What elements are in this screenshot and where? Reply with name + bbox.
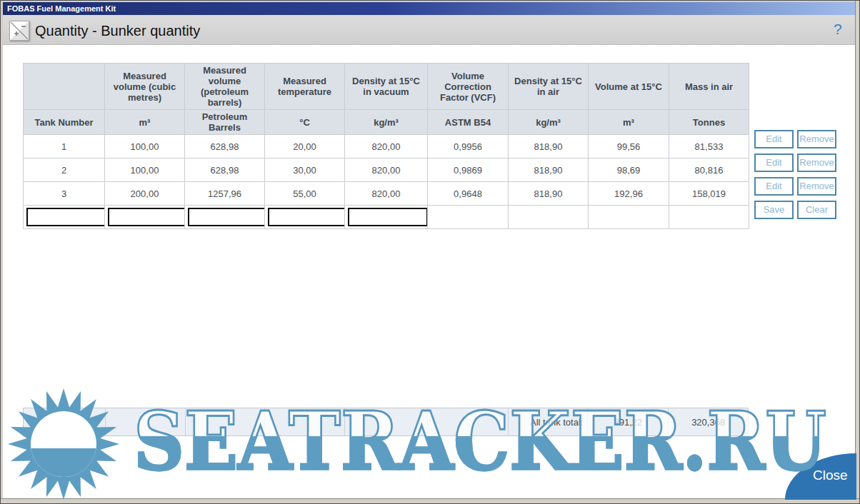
remove-button[interactable]: Remove — [797, 153, 836, 172]
measured-volume-barrels-input[interactable] — [188, 208, 265, 226]
cell: 820,00 — [345, 182, 428, 206]
cell: 0,9648 — [428, 182, 509, 206]
measured-volume-m3-input[interactable] — [108, 208, 185, 226]
col-unit: ASTM B54 — [428, 110, 509, 135]
quantity-plus-minus-icon — [9, 21, 29, 41]
col-unit: Tonnes — [669, 110, 749, 135]
row-1-actions: Edit Remove — [754, 130, 840, 148]
cell: 158,019 — [669, 182, 749, 206]
help-icon[interactable]: ? — [834, 21, 842, 38]
row-3-actions: Edit Remove — [754, 177, 840, 196]
cell: 818,90 — [509, 182, 589, 206]
cell: 100,00 — [105, 135, 185, 158]
window-frame-right — [855, 1, 859, 504]
col-unit: kg/m³ — [345, 110, 428, 135]
cell: 20,00 — [265, 135, 345, 158]
col-header: Measured volume (cubic metres) — [105, 64, 185, 110]
totals-bar: All tank total: 391,22 320,368 — [23, 408, 749, 436]
cell-tank-number: 2 — [24, 158, 105, 182]
col-header: Density at 15°C in vacuum — [345, 64, 428, 110]
edit-button[interactable]: Edit — [754, 130, 794, 148]
cell: 99,56 — [589, 135, 669, 158]
bunker-quantity-table: Measured volume (cubic metres) Measured … — [23, 63, 749, 229]
total-mass-in-air: 320,368 — [668, 408, 748, 435]
edit-button[interactable]: Edit — [754, 153, 794, 172]
cell: 55,00 — [265, 182, 345, 206]
table-row: 2 100,00 628,98 30,00 820,00 0,9869 818,… — [24, 158, 749, 182]
cell: 628,98 — [185, 135, 265, 158]
table-row: 3 200,00 1257,96 55,00 820,00 0,9648 818… — [24, 182, 749, 206]
cell-empty — [589, 206, 669, 229]
window-title: FOBAS Fuel Management Kit — [7, 4, 116, 13]
cell-tank-number: 1 — [24, 135, 105, 158]
cell: 0,9869 — [428, 158, 509, 182]
input-row-actions: Save Clear — [754, 201, 840, 219]
cell: 100,00 — [105, 158, 185, 182]
cell-empty — [509, 206, 589, 229]
cell: 200,00 — [105, 182, 185, 206]
cell: 1257,96 — [185, 182, 265, 206]
cell-tank-number: 3 — [24, 182, 105, 206]
col-header — [24, 64, 105, 110]
col-unit: Tank Number — [24, 110, 105, 135]
col-header: Measured temperature — [265, 64, 345, 110]
cell-empty — [669, 206, 749, 229]
col-unit: kg/m³ — [509, 110, 589, 135]
total-volume-at-15c: 391,22 — [587, 408, 668, 435]
clear-button[interactable]: Clear — [797, 201, 836, 219]
col-header: Volume at 15°C — [589, 64, 669, 110]
window-frame-bottom — [1, 498, 860, 503]
table-units-row: Tank Number m³ Petroleum Barrels °C kg/m… — [24, 110, 749, 135]
cell: 818,90 — [509, 135, 589, 158]
density-vacuum-input[interactable] — [348, 208, 428, 226]
cell: 0,9956 — [428, 135, 509, 158]
col-unit: Petroleum Barrels — [185, 110, 265, 135]
cell: 820,00 — [345, 135, 428, 158]
col-header: Volume Correction Factor (VCF) — [428, 64, 509, 110]
cell: 98,69 — [589, 158, 669, 182]
cell: 192,96 — [589, 182, 669, 206]
window-titlebar[interactable]: FOBAS Fuel Management Kit — [3, 2, 856, 15]
cell: 81,533 — [669, 135, 749, 158]
col-header: Density at 15°C in air — [509, 64, 589, 110]
col-unit: m³ — [589, 110, 669, 135]
remove-button[interactable]: Remove — [797, 130, 836, 148]
col-unit: °C — [265, 110, 345, 135]
tank-number-input[interactable] — [26, 208, 105, 226]
cell: 628,98 — [185, 158, 265, 182]
table-header-row: Measured volume (cubic metres) Measured … — [24, 64, 749, 110]
col-unit: m³ — [105, 110, 185, 135]
measured-temperature-input[interactable] — [268, 208, 345, 226]
cell: 30,00 — [265, 158, 345, 182]
cell: 80,816 — [669, 158, 749, 182]
col-header: Measured volume (petroleum barrels) — [185, 64, 265, 110]
table-input-row — [24, 206, 749, 229]
cell-empty — [428, 206, 509, 229]
save-button[interactable]: Save — [754, 201, 794, 219]
row-2-actions: Edit Remove — [754, 153, 840, 172]
page-title: Quantity - Bunker quantity — [35, 23, 200, 39]
table-row: 1 100,00 628,98 20,00 820,00 0,9956 818,… — [24, 135, 749, 158]
app-window: FOBAS Fuel Management Kit Quantity - Bun… — [0, 0, 860, 504]
edit-button[interactable]: Edit — [754, 177, 794, 196]
cell: 818,90 — [509, 158, 589, 182]
cell: 820,00 — [345, 158, 428, 182]
close-button-label: Close — [813, 468, 848, 483]
col-header: Mass in air — [669, 64, 749, 110]
remove-button[interactable]: Remove — [797, 177, 836, 196]
totals-label: All tank total: — [508, 408, 588, 435]
